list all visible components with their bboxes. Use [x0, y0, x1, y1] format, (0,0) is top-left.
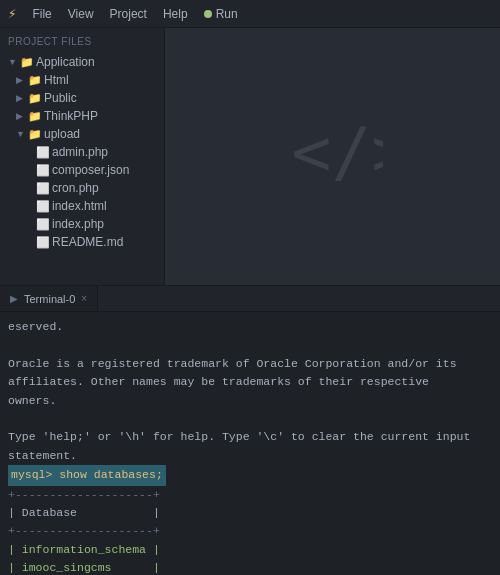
- sidebar-header: Project Files: [0, 32, 164, 53]
- svg-text:</>: </>: [291, 114, 383, 191]
- menu-file[interactable]: File: [32, 7, 51, 21]
- file-icon: ⬜: [36, 236, 50, 249]
- menu-project[interactable]: Project: [110, 7, 147, 21]
- sidebar-item-label: ThinkPHP: [44, 109, 98, 123]
- sidebar-item-label: upload: [44, 127, 80, 141]
- menubar: ⚡ File View Project Help Run: [0, 0, 500, 28]
- file-icon: ⬜: [36, 164, 50, 177]
- menu-help[interactable]: Help: [163, 7, 188, 21]
- folder-icon: 📁: [28, 128, 42, 141]
- file-icon: ⬜: [36, 182, 50, 195]
- terminal-command-line: mysql> show databases;: [8, 465, 492, 485]
- sidebar-item-html[interactable]: ▶ 📁 Html: [0, 71, 164, 89]
- terminal-output: eserved. Oracle is a registered trademar…: [8, 318, 492, 465]
- sidebar: Project Files ▼ 📁 Application ▶ 📁 Html ▶…: [0, 28, 165, 285]
- sidebar-item-label: index.html: [52, 199, 107, 213]
- terminal-tab-bar: ▶ Terminal-0 ×: [0, 286, 500, 312]
- sidebar-item-label: Application: [36, 55, 95, 69]
- terminal-tab-icon: ▶: [10, 293, 18, 304]
- folder-icon: 📁: [20, 56, 34, 69]
- sidebar-item-readme-md[interactable]: ⬜ README.md: [0, 233, 164, 251]
- sidebar-item-index-html[interactable]: ⬜ index.html: [0, 197, 164, 215]
- logo-icon: ⚡: [8, 5, 16, 22]
- sidebar-item-label: index.php: [52, 217, 104, 231]
- editor-placeholder-icon: </>: [283, 114, 383, 199]
- file-icon: ⬜: [36, 218, 50, 231]
- sidebar-item-thinkphp[interactable]: ▶ 📁 ThinkPHP: [0, 107, 164, 125]
- folder-icon: 📁: [28, 92, 42, 105]
- terminal-command: mysql> show databases;: [8, 465, 166, 485]
- sidebar-item-label: admin.php: [52, 145, 108, 159]
- terminal-content[interactable]: eserved. Oracle is a registered trademar…: [0, 312, 500, 575]
- terminal-tab-0[interactable]: ▶ Terminal-0 ×: [0, 286, 98, 311]
- run-status-icon: [204, 10, 212, 18]
- sidebar-item-index-php[interactable]: ⬜ index.php: [0, 215, 164, 233]
- menu-view[interactable]: View: [68, 7, 94, 21]
- expand-arrow-icon: ▶: [16, 93, 28, 103]
- sidebar-item-composer-json[interactable]: ⬜ composer.json: [0, 161, 164, 179]
- sidebar-item-application[interactable]: ▼ 📁 Application: [0, 53, 164, 71]
- expand-arrow-icon: ▼: [8, 57, 20, 67]
- sidebar-item-cron-php[interactable]: ⬜ cron.php: [0, 179, 164, 197]
- main-area: Project Files ▼ 📁 Application ▶ 📁 Html ▶…: [0, 28, 500, 285]
- sidebar-item-label: Html: [44, 73, 69, 87]
- sidebar-item-label: composer.json: [52, 163, 129, 177]
- sidebar-item-label: Public: [44, 91, 77, 105]
- sidebar-item-label: cron.php: [52, 181, 99, 195]
- folder-icon: 📁: [28, 74, 42, 87]
- expand-arrow-icon: ▶: [16, 111, 28, 121]
- sidebar-item-public[interactable]: ▶ 📁 Public: [0, 89, 164, 107]
- run-button[interactable]: Run: [204, 7, 238, 21]
- sidebar-item-admin-php[interactable]: ⬜ admin.php: [0, 143, 164, 161]
- expand-arrow-icon: ▶: [16, 75, 28, 85]
- file-icon: ⬜: [36, 200, 50, 213]
- file-icon: ⬜: [36, 146, 50, 159]
- folder-icon: 📁: [28, 110, 42, 123]
- terminal-tab-label: Terminal-0: [24, 293, 75, 305]
- expand-arrow-icon: ▼: [16, 129, 28, 139]
- terminal-table: +--------------------+ | Database | +---…: [8, 486, 492, 575]
- terminal-panel: ▶ Terminal-0 × eserved. Oracle is a regi…: [0, 285, 500, 575]
- sidebar-item-label: README.md: [52, 235, 123, 249]
- sidebar-item-upload[interactable]: ▼ 📁 upload: [0, 125, 164, 143]
- close-tab-button[interactable]: ×: [81, 293, 87, 304]
- editor-area: </>: [165, 28, 500, 285]
- run-label: Run: [216, 7, 238, 21]
